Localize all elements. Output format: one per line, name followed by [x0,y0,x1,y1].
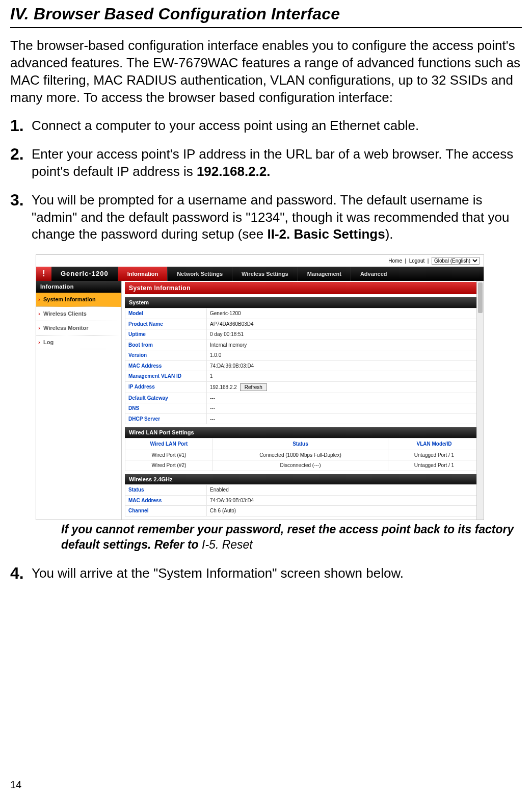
table-row: Default Gateway--- [125,393,481,403]
subhead-wireless-24: Wireless 2.4GHz [125,474,481,485]
v-dns: --- [207,403,481,414]
table-row: Management VLAN ID1 [125,371,481,382]
v-vlan-id: 1 [207,371,481,382]
v-boot-from: Internal memory [207,340,481,350]
nav-tab-wireless-settings[interactable]: Wireless Settings [232,267,298,281]
sidebar-item-wireless-clients[interactable]: Wireless Clients [36,307,121,321]
home-link[interactable]: Home [388,258,402,264]
subhead-system: System [125,297,481,308]
shot-body: Information System Information Wireless … [36,281,484,520]
steps-list: Connect a computer to your access point … [10,117,522,243]
k-model: Model [125,308,207,319]
lan-status-1: Connected (1000 Mbps Full-Duplex) [212,450,388,460]
table-row: Product NameAP74DA360B03D4 [125,319,481,329]
v-ip: 192.168.2.2 [210,384,237,390]
scrollbar-thumb[interactable] [478,282,483,313]
v-wl-mac: 74:DA:36:0B:03:D4 [207,495,481,506]
password-reset-note: If you cannot remember your password, re… [10,521,522,553]
sidebar-item-log[interactable]: Log [36,335,121,350]
refresh-button[interactable]: Refresh [240,383,267,391]
step-3-ref: II-2. Basic Settings [268,226,385,242]
k-wl-status: Status [125,485,207,496]
step-3: You will be prompted for a username and … [10,192,522,243]
table-row: StatusEnabled [125,485,481,496]
v-ip-cell: 192.168.2.2Refresh [207,381,481,393]
section-heading: IV. Browser Based Configuration Interfac… [10,0,522,28]
step-3-text-c: ). [385,226,393,242]
lan-table: Wired LAN Port Status VLAN Mode/ID Wired… [125,438,481,471]
table-row: DNS--- [125,403,481,414]
intro-paragraph: The browser-based configuration interfac… [10,37,522,106]
main-panel: System Information System ModelGeneric-1… [122,281,484,520]
note-ref: I-5. Reset [202,538,253,551]
sidebar-heading: Information [36,281,121,293]
k-version: Version [125,350,207,361]
v-mac: 74:DA:36:0B:03:D4 [207,360,481,371]
main-nav: Information Network Settings Wireless Se… [118,267,484,281]
nav-tab-management[interactable]: Management [298,267,351,281]
table-header-row: Wired LAN Port Status VLAN Mode/ID [125,438,481,450]
step-1-text: Connect a computer to your access point … [32,118,419,133]
k-vlan-id: Management VLAN ID [125,371,207,382]
lan-vlan-1: Untagged Port / 1 [388,450,480,460]
v-version: 1.0.0 [207,350,481,361]
sidebar-item-wireless-monitor[interactable]: Wireless Monitor [36,321,121,335]
lan-th-vlan: VLAN Mode/ID [388,438,480,450]
v-model: Generic-1200 [207,308,481,319]
shot-brandnav: ! Generic-1200 Information Network Setti… [36,267,484,281]
table-row: Version1.0.0 [125,350,481,361]
lan-status-2: Disconnected (---) [212,460,388,471]
lan-port-2: Wired Port (#2) [125,460,213,471]
sidebar: Information System Information Wireless … [36,281,122,520]
table-row: IP Address 192.168.2.2Refresh [125,381,481,393]
table-row: MAC Address74:DA:36:0B:03:D4 [125,360,481,371]
shot-topbar: Home | Logout | Global (English) [36,255,484,267]
system-table: ModelGeneric-1200 Product NameAP74DA360B… [125,308,481,424]
table-row: ModelGeneric-1200 [125,308,481,319]
step-4: You will arrive at the "System Informati… [10,565,522,582]
lan-th-port: Wired LAN Port [125,438,213,450]
v-gateway: --- [207,393,481,403]
nav-tab-network-settings[interactable]: Network Settings [167,267,232,281]
k-dhcp: DHCP Server [125,414,207,424]
k-wl-mac: MAC Address [125,495,207,506]
steps-list-continued: You will arrive at the "System Informati… [10,565,522,582]
scrollbar[interactable] [476,281,484,520]
table-row: Uptime0 day 00:18:51 [125,329,481,340]
v-wl-channel: Ch 6 (Auto) [207,506,481,516]
table-row: DHCP Server--- [125,414,481,424]
sidebar-item-system-information[interactable]: System Information [36,293,121,307]
table-row: Boot fromInternal memory [125,340,481,350]
table-row: MAC Address74:DA:36:0B:03:D4 [125,495,481,506]
wireless-table: StatusEnabled MAC Address74:DA:36:0B:03:… [125,484,481,516]
v-uptime: 0 day 00:18:51 [207,329,481,340]
v-dhcp: --- [207,414,481,424]
lan-th-status: Status [212,438,388,450]
panel-title: System Information [125,282,481,294]
nav-tab-advanced[interactable]: Advanced [351,267,396,281]
subhead-lan: Wired LAN Port Settings [125,427,481,438]
table-row: ChannelCh 6 (Auto) [125,506,481,516]
language-select[interactable]: Global (English) [432,257,480,265]
k-uptime: Uptime [125,329,207,340]
note-text: If you cannot remember your password, re… [61,523,514,551]
step-2-text-a: Enter your access point's IP address in … [32,146,513,179]
step-4-text: You will arrive at the "System Informati… [32,565,404,581]
k-ip: IP Address [125,381,207,393]
k-product-name: Product Name [125,319,207,329]
table-row: Wired Port (#2) Disconnected (---) Untag… [125,460,481,471]
v-wl-status: Enabled [207,485,481,496]
k-mac: MAC Address [125,360,207,371]
v-product-name: AP74DA360B03D4 [207,319,481,329]
table-row: Wired Port (#1) Connected (1000 Mbps Ful… [125,450,481,460]
logout-link[interactable]: Logout [409,258,425,264]
step-2-ip: 192.168.2.2. [197,164,271,179]
embedded-screenshot: Home | Logout | Global (English) ! Gener… [36,254,484,520]
k-gateway: Default Gateway [125,393,207,403]
step-1: Connect a computer to your access point … [10,117,522,135]
nav-tab-information[interactable]: Information [118,267,168,281]
k-dns: DNS [125,403,207,414]
lan-port-1: Wired Port (#1) [125,450,213,460]
step-2: Enter your access point's IP address in … [10,146,522,180]
brand-label: Generic-1200 [51,267,118,281]
